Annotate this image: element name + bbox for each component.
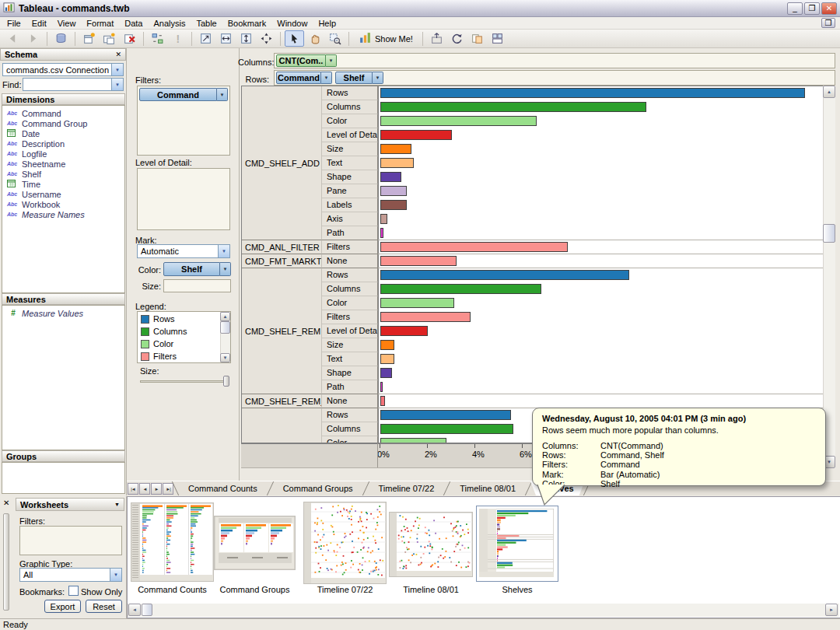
bar-group-Columns[interactable] — [380, 424, 513, 434]
legend-scroll-thumb[interactable] — [220, 321, 230, 334]
bar-CMD_SHELF_ADD-Color[interactable] — [380, 116, 537, 126]
new-worksheet-icon[interactable] — [79, 30, 99, 47]
field-sheetname[interactable]: AbcSheetname — [2, 159, 124, 169]
bar-CMD_SHELF_REM-Level-of-Detail[interactable] — [380, 326, 428, 336]
field-shelf[interactable]: AbcShelf — [2, 169, 124, 179]
tab-nav-next[interactable]: ► — [151, 483, 162, 495]
bar-CMD_SHELF_ADD-Labels[interactable] — [380, 200, 407, 210]
connection-select[interactable]: commands.csv Connection ▼ — [2, 63, 124, 76]
field-measure-names[interactable]: AbcMeasure Names — [2, 209, 124, 219]
group-label-partial[interactable] — [242, 408, 322, 443]
tab-timeline-08-01[interactable]: Timeline 08/01 — [449, 481, 527, 495]
graphic-type-select[interactable]: All ▼ — [19, 568, 122, 582]
chevron-down-icon[interactable]: ▼ — [111, 64, 123, 75]
thumbnail-shelves[interactable] — [476, 506, 558, 582]
duplicate-worksheet-icon[interactable] — [100, 30, 119, 47]
shelf-row-label[interactable]: Columns — [322, 100, 378, 114]
shelf-row-label[interactable]: Size — [322, 338, 378, 352]
shelf-row-label[interactable]: Rows — [322, 86, 378, 100]
shelf-row-label[interactable]: Path — [322, 226, 378, 240]
bar-CMD_ANL_FILTER-Filters[interactable] — [380, 242, 568, 252]
rows-pill-shelf[interactable]: Shelf▼ — [335, 72, 383, 84]
field-command-group[interactable]: AbcCommand Group — [2, 118, 124, 128]
filter-pill-command[interactable]: Command ▼ — [139, 88, 228, 101]
shelf-row-label[interactable]: Level of Detail — [322, 324, 378, 338]
bar-CMD_SHELF_REM-Columns[interactable] — [380, 284, 541, 294]
group-label-CMD_FMT_MARKTYPE[interactable]: CMD_FMT_MARKTYPE — [242, 254, 322, 268]
bar-CMD_SHELF_ADD-Path[interactable] — [380, 228, 383, 238]
scroll-up-icon[interactable]: ▲ — [823, 86, 835, 98]
tab-timeline-07-22[interactable]: Timeline 07/22 — [368, 481, 446, 495]
tab-nav-first[interactable]: |◄ — [128, 483, 138, 495]
menu-format[interactable]: Format — [81, 18, 119, 29]
thumbnail-timeline-07-22[interactable] — [303, 502, 387, 584]
chevron-down-icon[interactable]: ▼ — [114, 502, 120, 507]
thumbnail-command-groups[interactable] — [214, 516, 296, 570]
fit-width-icon[interactable] — [216, 30, 236, 47]
pan-tool-icon[interactable] — [305, 30, 324, 47]
group-label-CMD_SHELF_REM[interactable]: CMD_SHELF_REM — [242, 268, 322, 394]
scroll-left-icon[interactable]: ◄ — [128, 604, 141, 616]
fit-height-icon[interactable] — [236, 30, 256, 47]
bar-CMD_SHELF_ADD-Shape[interactable] — [380, 172, 401, 182]
rows-pill-command[interactable]: Command▼ — [276, 72, 332, 84]
shelf-row-label[interactable]: Shape — [322, 170, 378, 184]
field-workbook[interactable]: AbcWorkbook — [2, 199, 124, 209]
tile-windows-icon[interactable] — [488, 30, 507, 47]
bar-CMD_SHELF_REM-Text[interactable] — [380, 354, 394, 364]
rotate-icon[interactable] — [447, 30, 467, 47]
legend-item-rows[interactable]: Rows — [138, 313, 220, 325]
bar-CMD_SHELF_REM-Path[interactable] — [380, 382, 383, 392]
shelf-row-label[interactable]: Text — [322, 352, 378, 366]
shelf-row-label[interactable]: Color — [322, 436, 378, 443]
bar-CMD_SHELF_REM-Color[interactable] — [380, 298, 454, 308]
menu-bookmark[interactable]: Bookmark — [222, 18, 272, 29]
shelf-row-label[interactable]: Size — [322, 142, 378, 156]
shelf-row-label[interactable]: Shape — [322, 366, 378, 380]
minimize-button[interactable]: _ — [787, 2, 803, 15]
bar-group-Rows[interactable] — [380, 410, 511, 420]
shelf-row-label[interactable]: Columns — [322, 282, 378, 296]
chevron-down-icon[interactable]: ▼ — [326, 54, 337, 67]
bar-group-Color[interactable] — [380, 438, 446, 443]
shelf-row-label[interactable]: Filters — [322, 240, 378, 254]
chevron-down-icon[interactable]: ▼ — [321, 72, 332, 84]
tab-command-groups[interactable]: Command Groups — [272, 481, 364, 495]
columns-pill-cnt-command[interactable]: CNT(Com.. ▼ — [276, 54, 337, 67]
show-only-checkbox[interactable] — [68, 586, 79, 596]
legend-item-color[interactable]: Color — [138, 338, 220, 350]
mdi-restore-button[interactable]: ❐ — [821, 18, 835, 28]
tab-nav-last[interactable]: ►| — [163, 483, 173, 495]
group-label-CMD_SHELF_REM_SEL[interactable]: CMD_SHELF_REM_SEL — [242, 394, 322, 408]
field-description[interactable]: AbcDescription — [2, 138, 124, 149]
bar-CMD_SHELF_REM-Filters[interactable] — [380, 312, 471, 322]
legend-item-columns[interactable]: Columns — [138, 325, 220, 338]
bar-CMD_SHELF_ADD-Text[interactable] — [380, 158, 414, 168]
schema-close-icon[interactable]: ✕ — [115, 51, 121, 58]
shelf-row-label[interactable]: Level of Detail — [322, 128, 378, 142]
size-slider-handle[interactable] — [223, 376, 229, 387]
tab-nav-prev[interactable]: ◄ — [139, 483, 150, 495]
shelf-row-label[interactable]: Color — [322, 296, 378, 310]
chevron-down-icon[interactable]: ▼ — [110, 569, 121, 581]
shelf-row-label[interactable]: Color — [322, 114, 378, 128]
menu-data[interactable]: Data — [119, 18, 148, 29]
worksheets-header[interactable]: Worksheets ▼ — [16, 498, 124, 511]
bar-CMD_SHELF_REM-Shape[interactable] — [380, 368, 392, 378]
forward-icon[interactable] — [23, 30, 43, 47]
swap-icon[interactable] — [148, 30, 167, 47]
legend-item-filters[interactable]: Filters — [138, 350, 220, 362]
bar-CMD_SHELF_ADD-Size[interactable] — [380, 144, 411, 154]
alert-icon[interactable]: ! — [168, 30, 187, 47]
field-logfile[interactable]: AbcLogfile — [2, 149, 124, 159]
shelf-row-label[interactable]: Axis — [322, 212, 378, 226]
shelf-row-label[interactable]: None — [322, 394, 378, 408]
field-date[interactable]: Date — [2, 128, 124, 138]
fit-normal-icon[interactable] — [196, 30, 215, 47]
chevron-down-icon[interactable]: ▼ — [218, 245, 229, 257]
shelf-row-label[interactable]: Labels — [322, 198, 378, 212]
menu-edit[interactable]: Edit — [26, 18, 52, 29]
shelf-row-label[interactable]: Rows — [322, 408, 378, 422]
shelf-row-label[interactable]: Columns — [322, 422, 378, 436]
menu-window[interactable]: Window — [271, 18, 313, 29]
